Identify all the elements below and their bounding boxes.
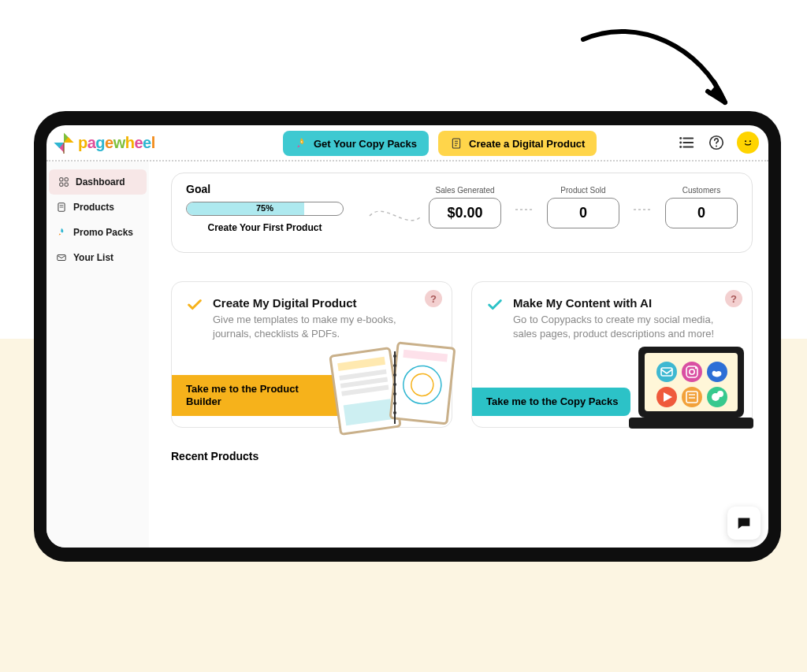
help-icon[interactable] [707, 133, 726, 152]
help-badge[interactable]: ? [425, 290, 442, 307]
check-icon [486, 296, 504, 314]
progress-bar: 75% [186, 202, 344, 216]
svg-point-11 [679, 137, 682, 139]
goal-title: Goal [186, 183, 360, 195]
tablet-frame: pagewheel Get Your Copy Packs Create a D… [34, 111, 781, 562]
cta-copy-packs[interactable]: Take me to the Copy Packs [472, 388, 630, 416]
avatar-smiley[interactable] [737, 132, 759, 154]
sidebar-item-label: Dashboard [76, 176, 125, 187]
sidebar: Dashboard Products Promo Packs Your List [46, 162, 149, 548]
svg-point-21 [749, 140, 751, 142]
svg-point-20 [745, 140, 746, 142]
svg-point-49 [393, 411, 396, 414]
svg-point-18 [716, 146, 717, 147]
metric-label: Product Sold [547, 186, 619, 195]
create-product-label: Create a Digital Product [469, 138, 585, 150]
svg-point-47 [393, 392, 396, 395]
svg-point-19 [742, 136, 755, 150]
metric-value: 0 [547, 198, 619, 228]
app-screen: pagewheel Get Your Copy Packs Create a D… [46, 125, 768, 548]
get-copy-packs-label: Get Your Copy Packs [314, 138, 417, 150]
metric-value: 0 [665, 198, 738, 228]
metric-label: Customers [665, 186, 738, 195]
dashed-path-icon [368, 197, 421, 239]
card-create-product: ? Create My Digital Product Give me temp… [171, 281, 452, 428]
pointer-arrow-icon [567, 24, 741, 134]
check-icon [186, 296, 203, 314]
svg-point-45 [393, 373, 396, 377]
sidebar-item-label: Promo Packs [73, 227, 133, 238]
pinwheel-icon [53, 132, 75, 154]
sidebar-item-label: Your List [73, 252, 113, 263]
metric-customers: Customers 0 [665, 186, 738, 228]
sidebar-item-your-list[interactable]: Your List [46, 245, 149, 270]
svg-point-12 [679, 142, 682, 144]
laptop-illustration-icon [624, 336, 758, 438]
goal-card: Goal 75% Create Your First Product Sales… [171, 173, 753, 253]
create-product-button[interactable]: Create a Digital Product [438, 131, 597, 156]
card-title: Make My Content with AI [513, 296, 718, 310]
list-icon[interactable] [677, 133, 696, 152]
brand-logo[interactable]: pagewheel [53, 132, 155, 154]
dash-icon [634, 186, 651, 225]
svg-rect-29 [58, 255, 66, 261]
svg-point-6 [301, 141, 303, 143]
svg-point-55 [682, 362, 702, 382]
get-copy-packs-button[interactable]: Get Your Copy Packs [283, 131, 429, 156]
page-icon [56, 202, 67, 213]
mail-icon [56, 252, 67, 263]
svg-point-13 [679, 146, 682, 148]
rocket-icon [295, 137, 307, 150]
svg-rect-24 [60, 183, 63, 186]
dash-icon [515, 186, 533, 225]
svg-point-58 [695, 367, 697, 369]
svg-rect-52 [629, 418, 753, 429]
svg-rect-23 [65, 178, 68, 181]
svg-rect-25 [65, 183, 68, 186]
recent-products-heading: Recent Products [171, 450, 753, 462]
svg-point-44 [393, 364, 396, 367]
main-content: Goal 75% Create Your First Product Sales… [149, 162, 768, 548]
svg-point-46 [393, 383, 396, 386]
metric-sales: Sales Generated $0.00 [429, 186, 501, 228]
goal-subtitle: Create Your First Product [186, 222, 344, 233]
metric-products: Product Sold 0 [547, 186, 619, 228]
grid-icon [58, 176, 69, 187]
cta-label: Take me to the Product Builder [186, 383, 299, 407]
metric-label: Sales Generated [429, 186, 501, 195]
brand-text: pagewheel [78, 134, 155, 152]
sidebar-item-label: Products [73, 202, 114, 213]
progress-label: 75% [187, 203, 343, 213]
chat-icon [735, 514, 753, 532]
metric-value: $0.00 [429, 198, 501, 228]
rocket-small-icon [56, 227, 67, 238]
card-ai-content: ? Make My Content with AI Go to Copypack… [471, 281, 753, 428]
svg-point-67 [717, 391, 723, 397]
chat-launcher[interactable] [727, 507, 761, 540]
help-badge[interactable]: ? [725, 290, 742, 307]
document-icon [450, 137, 463, 150]
metrics: Sales Generated $0.00 Product Sold 0 Cus… [429, 183, 738, 239]
planner-illustration-icon [324, 336, 458, 438]
cta-product-builder[interactable]: Take me to the Product Builder [172, 375, 345, 417]
sidebar-item-promo-packs[interactable]: Promo Packs [46, 220, 149, 245]
card-title: Create My Digital Product [213, 296, 418, 310]
cta-label: Take me to the Copy Packs [486, 395, 618, 407]
svg-point-43 [393, 355, 396, 358]
svg-rect-22 [60, 178, 63, 181]
sidebar-item-products[interactable]: Products [46, 195, 149, 220]
svg-point-62 [682, 387, 702, 407]
svg-point-48 [393, 402, 396, 405]
sidebar-item-dashboard[interactable]: Dashboard [49, 169, 147, 195]
